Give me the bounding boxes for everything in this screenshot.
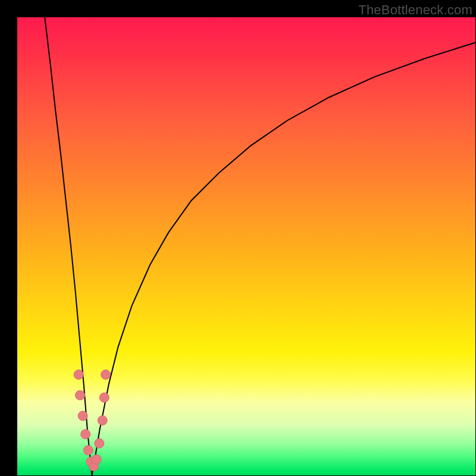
highlight-marker [98, 416, 107, 425]
bottleneck-curve-right [92, 42, 475, 475]
highlight-markers [74, 370, 110, 471]
highlight-marker [74, 370, 83, 380]
highlight-marker [81, 430, 90, 439]
chart-frame: TheBottleneck.com [0, 0, 476, 476]
highlight-marker [95, 439, 104, 448]
highlight-marker [75, 390, 84, 400]
highlight-marker [99, 393, 109, 402]
highlight-marker [101, 370, 111, 380]
highlight-marker [92, 455, 101, 464]
highlight-marker [83, 446, 93, 455]
plot-area [17, 17, 475, 475]
highlight-marker [78, 411, 87, 421]
curve-layer [17, 17, 475, 475]
watermark-text: TheBottleneck.com [358, 2, 472, 18]
bottleneck-curve-left [45, 17, 92, 475]
